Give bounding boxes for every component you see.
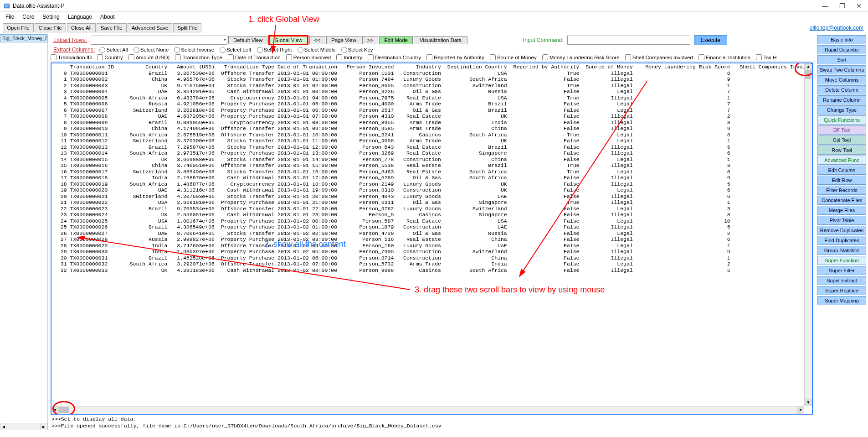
func-button[interactable]: Super Mapping	[817, 296, 866, 305]
visualization-button[interactable]: Visualization Data	[414, 36, 467, 44]
menu-file[interactable]: File	[5, 14, 14, 20]
func-button[interactable]: Edit Row	[817, 176, 866, 185]
func-button[interactable]: Edit Column	[817, 166, 866, 175]
radio-select-inverse[interactable]: Select Inverse	[174, 47, 214, 53]
column-check[interactable]: Destination Country	[368, 54, 421, 60]
scroll-down-icon[interactable]: ▼	[805, 399, 812, 406]
func-button[interactable]: Super Replace	[817, 286, 866, 295]
func-button[interactable]: Pivot Table	[817, 216, 866, 225]
file-tab-active[interactable]: Big_Black_Money_Data	[0, 34, 47, 42]
close-button[interactable]: ✕	[853, 2, 864, 10]
func-button[interactable]: Col Tool	[817, 135, 866, 145]
func-button[interactable]: Super Function	[817, 256, 866, 265]
func-button[interactable]: Delete Column	[817, 85, 866, 94]
extract-columns-link[interactable]: Extract Columns:	[51, 47, 98, 53]
scroll-right-icon[interactable]: ►	[40, 423, 47, 430]
func-button[interactable]: Merge Files	[817, 206, 866, 215]
data-viewport: Transaction ID Country Amount (USD) Tran…	[51, 62, 813, 415]
func-button[interactable]: Rename Column	[817, 95, 866, 104]
menu-core[interactable]: Core	[22, 14, 34, 20]
column-check[interactable]: Tax H	[756, 54, 776, 60]
column-check[interactable]: Date of Transaction	[228, 54, 281, 60]
column-check[interactable]: Source of Money	[490, 54, 537, 60]
column-check[interactable]: Amount (USD)	[128, 54, 170, 60]
window-controls: — ❐ ✕	[819, 2, 864, 10]
func-button[interactable]: Quick Functions	[817, 115, 866, 125]
scroll-right-icon[interactable]: ►	[797, 406, 804, 414]
vertical-scrollbar[interactable]: ▲ ▼	[804, 63, 812, 406]
save-file-button[interactable]: Save File	[97, 23, 127, 32]
column-check[interactable]: Money Laundering Risk Score	[542, 54, 620, 60]
rows-combo[interactable]: ▾	[91, 36, 227, 45]
radio-select-none[interactable]: Select None	[134, 47, 169, 53]
radio-select-all[interactable]: Select All	[99, 47, 128, 53]
radio-select-middle[interactable]: Select Middle	[298, 47, 336, 53]
maximize-button[interactable]: ❐	[837, 2, 848, 10]
advanced-save-button[interactable]: Advanced Save	[128, 23, 173, 32]
column-check[interactable]: Person Involved	[286, 54, 331, 60]
func-button[interactable]: Filter Records	[817, 186, 866, 195]
horizontal-scrollbar[interactable]: ◄ ►	[51, 406, 804, 414]
func-button[interactable]: Move Columns	[817, 75, 866, 84]
global-view-button[interactable]: Global View	[268, 35, 308, 45]
close-file-button[interactable]: Close File	[35, 23, 66, 32]
app-icon	[4, 3, 10, 9]
view-toolbar: Extract Rows: ▾ Default View Global View…	[48, 34, 816, 46]
func-button[interactable]: Swap Two Columns	[817, 65, 866, 74]
menu-about[interactable]: About	[100, 14, 114, 20]
execute-button[interactable]: Execute	[694, 35, 727, 45]
function-panel: Basic InfoRapid DescribeSortSwap Two Col…	[816, 34, 868, 430]
column-check[interactable]: Shell Companies Involved	[625, 54, 693, 60]
file-list-scrollbar[interactable]: ◄ ►	[0, 423, 47, 430]
prev-page-button[interactable]: <<	[309, 36, 325, 44]
func-button[interactable]: Row Tool	[817, 146, 866, 155]
column-checkboxes: Transaction ID Country Amount (USD) Tran…	[48, 53, 816, 62]
column-check[interactable]: Reported by Authority	[426, 54, 484, 60]
command-input[interactable]	[567, 36, 690, 45]
radio-select-right[interactable]: Select Right	[257, 47, 292, 53]
page-view-button[interactable]: Page View	[326, 36, 361, 44]
next-page-button[interactable]: >>	[362, 36, 378, 44]
menu-setting[interactable]: Setting	[42, 14, 59, 20]
column-check[interactable]: Industry	[336, 54, 362, 60]
column-check[interactable]: Transaction ID	[51, 54, 92, 60]
radio-select-key[interactable]: Select Key	[341, 47, 373, 53]
column-select-bar: Extract Columns: Select All Select None …	[48, 46, 816, 53]
default-view-button[interactable]: Default View	[228, 36, 267, 44]
column-check[interactable]: Country	[97, 54, 123, 60]
console-line: >>>Set to display all data.	[51, 416, 812, 422]
svg-rect-1	[5, 5, 9, 5]
split-file-button[interactable]: Split File	[173, 23, 201, 32]
scroll-left-icon[interactable]: ◄	[0, 423, 7, 430]
func-button[interactable]: Change Type	[817, 105, 866, 114]
func-button[interactable]: Rapid Describe	[817, 45, 866, 54]
console-output: >>>Set to display all data. >>>File open…	[48, 415, 816, 430]
titlebar: Data.olllo Assistant-P — ❐ ✕	[0, 0, 868, 12]
func-button[interactable]: Advanced Func	[817, 156, 866, 165]
menubar: File Core Setting Language About	[0, 12, 868, 22]
func-button[interactable]: Remove Duplicates	[817, 226, 866, 235]
menu-language[interactable]: Language	[68, 14, 92, 20]
svg-rect-2	[5, 6, 8, 6]
minimize-button[interactable]: —	[819, 2, 831, 10]
func-button[interactable]: DF Tool	[817, 125, 866, 135]
edit-mode-button[interactable]: Edit Mode	[379, 36, 413, 44]
chevron-down-icon: ▾	[224, 37, 226, 42]
column-check[interactable]: Transaction Type	[175, 54, 222, 60]
func-button[interactable]: Super Extract	[817, 276, 866, 285]
func-button[interactable]: Super Filter	[817, 266, 866, 275]
input-command-label: Input Command:	[523, 37, 564, 43]
func-button[interactable]: Find Duplicates	[817, 236, 866, 245]
func-button[interactable]: Basic Info	[817, 35, 866, 44]
file-list-panel: Big_Black_Money_Data ◄ ►	[0, 34, 48, 430]
close-all-button[interactable]: Close All	[67, 23, 96, 32]
radio-select-left[interactable]: Select Left	[220, 47, 251, 53]
column-check[interactable]: Financial Institution	[699, 54, 750, 60]
file-toolbar: Open File Close File Close All Save File…	[0, 22, 868, 34]
func-button[interactable]: Concatenate Files	[817, 196, 866, 205]
email-link[interactable]: olllo.top@outlook.com	[810, 25, 863, 31]
extract-rows-link[interactable]: Extract Rows:	[51, 37, 90, 43]
func-button[interactable]: Sort	[817, 55, 866, 64]
func-button[interactable]: Group Statistics	[817, 246, 866, 255]
open-file-button[interactable]: Open File	[3, 23, 34, 32]
